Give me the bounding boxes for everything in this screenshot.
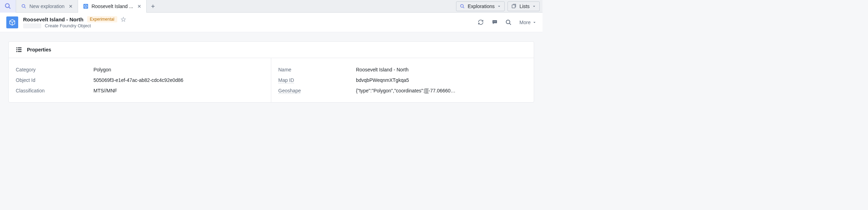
svg-rect-21 xyxy=(18,48,22,48)
page-title: Roosevelt Island - North xyxy=(23,16,84,22)
panel-header: Properties xyxy=(9,42,534,58)
experimental-badge: Experimental xyxy=(87,16,117,22)
svg-point-18 xyxy=(506,20,510,24)
header-actions: More xyxy=(477,19,536,26)
property-label: Classification xyxy=(16,88,93,93)
property-label: Name xyxy=(278,67,356,72)
property-row: Classification MTS//MNF xyxy=(16,85,264,96)
property-value: {"type":"Polygon","coordinates":[[[-77.0… xyxy=(356,88,527,93)
property-row: Category Polygon xyxy=(16,64,264,75)
search-icon xyxy=(5,3,11,9)
properties-left-column: Category Polygon Object Id 505069f3-e1ef… xyxy=(9,58,271,102)
svg-point-11 xyxy=(461,4,463,7)
tab-roosevelt-island[interactable]: Roosevelt Island ... xyxy=(78,0,147,13)
dropdown-label: Explorations xyxy=(468,4,495,9)
subtitle-avatar xyxy=(23,23,41,28)
search-icon[interactable] xyxy=(505,19,512,26)
close-icon[interactable] xyxy=(136,3,143,10)
property-label: Category xyxy=(16,67,93,72)
svg-marker-14 xyxy=(121,17,126,21)
svg-rect-13 xyxy=(512,5,515,8)
comment-icon[interactable] xyxy=(491,19,498,26)
content: Properties Category Polygon Object Id 50… xyxy=(0,32,542,112)
more-label: More xyxy=(519,20,531,25)
svg-point-0 xyxy=(5,4,9,7)
refresh-icon[interactable] xyxy=(477,19,484,26)
lists-dropdown[interactable]: Lists xyxy=(507,1,540,11)
page-header: Roosevelt Island - North Experimental Cr… xyxy=(0,13,542,32)
property-row: Object Id 505069f3-e1ef-47ac-ab82-cdc4c9… xyxy=(16,75,264,85)
svg-point-2 xyxy=(22,4,25,7)
caret-down-icon xyxy=(532,5,536,8)
search-icon xyxy=(21,4,27,9)
property-value: bdvqbPWeqnmXTgkqa5 xyxy=(356,77,527,83)
more-button[interactable]: More xyxy=(519,20,536,25)
svg-point-24 xyxy=(16,51,18,52)
panel-body: Category Polygon Object Id 505069f3-e1ef… xyxy=(9,58,534,102)
property-value: Roosevelt Island - North xyxy=(356,67,527,72)
cube-icon xyxy=(6,16,18,28)
page-subtitle: Create Foundry Object xyxy=(45,23,91,28)
svg-point-16 xyxy=(494,21,495,22)
lists-icon xyxy=(511,4,517,9)
caret-down-icon xyxy=(497,5,501,8)
title-block: Roosevelt Island - North Experimental Cr… xyxy=(23,16,126,28)
search-icon xyxy=(460,4,465,9)
svg-line-12 xyxy=(463,7,464,8)
tab-label: New exploration xyxy=(29,4,64,9)
svg-point-17 xyxy=(495,21,496,22)
svg-line-19 xyxy=(510,23,511,24)
add-tab-button[interactable] xyxy=(147,0,159,13)
properties-icon xyxy=(16,47,22,53)
property-label[interactable]: Geoshape xyxy=(278,88,356,93)
svg-rect-23 xyxy=(18,49,22,50)
property-value: 505069f3-e1ef-47ac-ab82-cdc4c92e0d86 xyxy=(93,77,264,83)
property-value: Polygon xyxy=(93,67,264,72)
svg-line-3 xyxy=(24,7,26,8)
svg-point-22 xyxy=(16,49,18,50)
property-row: Geoshape {"type":"Polygon","coordinates"… xyxy=(278,85,527,96)
property-value: MTS//MNF xyxy=(93,88,264,93)
svg-point-20 xyxy=(16,47,18,48)
cube-icon xyxy=(83,4,89,9)
properties-panel: Properties Category Polygon Object Id 50… xyxy=(8,41,534,103)
property-row: Name Roosevelt Island - North xyxy=(278,64,527,75)
tab-bar: New exploration Roosevelt Island ... Exp… xyxy=(0,0,542,13)
tab-label: Roosevelt Island ... xyxy=(91,4,133,9)
svg-point-15 xyxy=(493,21,494,22)
property-row: Map ID bdvqbPWeqnmXTgkqa5 xyxy=(278,75,527,85)
property-label: Object Id xyxy=(16,77,93,83)
property-label[interactable]: Map ID xyxy=(278,77,356,83)
tab-new-exploration[interactable]: New exploration xyxy=(16,0,78,13)
tab-actions: Explorations Lists xyxy=(456,1,542,11)
dropdown-label: Lists xyxy=(519,4,530,9)
svg-line-1 xyxy=(9,7,10,8)
properties-right-column: Name Roosevelt Island - North Map ID bdv… xyxy=(271,58,534,102)
home-tab[interactable] xyxy=(0,0,16,13)
explorations-dropdown[interactable]: Explorations xyxy=(456,1,505,11)
star-icon[interactable] xyxy=(121,17,126,22)
svg-rect-25 xyxy=(18,51,22,52)
panel-title: Properties xyxy=(27,47,51,52)
close-icon[interactable] xyxy=(67,3,74,10)
